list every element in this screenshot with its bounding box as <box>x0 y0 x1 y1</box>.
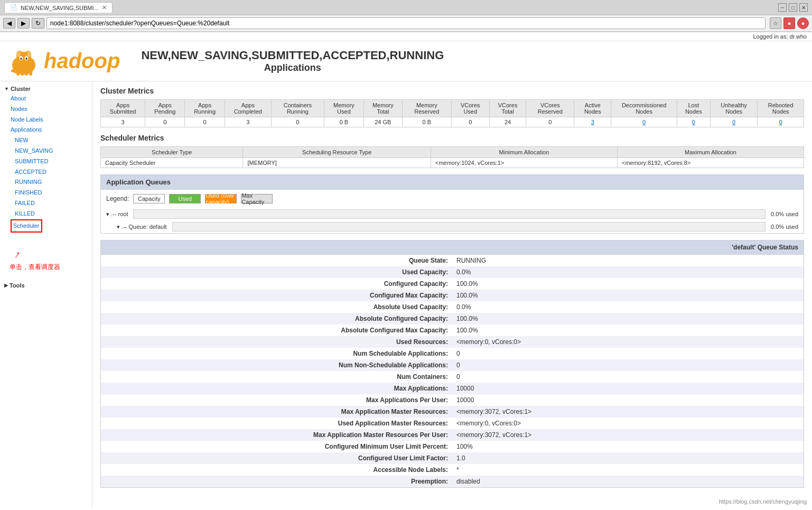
address-bar[interactable] <box>46 17 766 29</box>
status-row-18: Accessible Node Labels:* <box>101 464 804 476</box>
page-title-line2: Applications <box>141 62 444 73</box>
metrics-value-link-15[interactable]: 0 <box>779 119 782 125</box>
status-label-11: Max Applications: <box>101 383 452 394</box>
svg-rect-11 <box>16 70 20 76</box>
status-value-12: 10000 <box>452 394 804 406</box>
svg-point-10 <box>11 69 15 72</box>
metrics-value-1: 0 <box>145 117 185 127</box>
hadoop-logo: hadoop <box>8 47 120 76</box>
hadoop-text: hadoop <box>44 49 120 73</box>
metrics-value-link-13[interactable]: 0 <box>692 119 695 125</box>
metrics-header-6: Memory Total <box>363 100 402 117</box>
scheduler-value-0: Capacity Scheduler <box>101 158 243 168</box>
metrics-value-link-12[interactable]: 0 <box>642 119 646 125</box>
metrics-header-row: Apps SubmittedApps PendingApps RunningAp… <box>101 100 804 117</box>
sidebar: ▼ Cluster About Nodes Node Labels Applic… <box>0 81 92 508</box>
default-queue-bar <box>172 222 766 231</box>
tab-icon: 📄 <box>10 4 17 11</box>
status-label-13: Max Application Master Resources: <box>101 406 452 418</box>
status-value-18: * <box>452 464 804 476</box>
bookmark-icon[interactable]: ☆ <box>770 17 781 29</box>
accepted-link[interactable]: ACCEPTED <box>15 167 88 178</box>
status-row-2: Configured Capacity:100.0% <box>101 278 804 290</box>
default-queue-used: 0.0% used <box>771 224 798 230</box>
metrics-value-2: 0 <box>185 117 225 127</box>
cluster-links: About Nodes Node Labels Applications NEW… <box>11 94 88 233</box>
elephant-icon <box>8 47 40 76</box>
legend-used: Used <box>169 194 201 203</box>
cluster-section: ▼ Cluster About Nodes Node Labels Applic… <box>4 86 88 233</box>
about-link[interactable]: About <box>11 94 88 104</box>
scheduler-link[interactable]: Scheduler <box>11 219 42 233</box>
svg-point-8 <box>21 58 22 60</box>
metrics-value-link-11[interactable]: 3 <box>591 119 594 125</box>
close-button[interactable]: ✕ <box>799 3 808 12</box>
tools-toggle[interactable]: ▶ Tools <box>4 282 88 289</box>
default-queue-label[interactable]: ▾ .-- Queue: default <box>117 224 167 230</box>
svg-rect-12 <box>21 70 24 76</box>
browser-tab[interactable]: 📄 NEW,NEW_SAVING,SUBMI... ✕ <box>4 2 113 13</box>
forward-button[interactable]: ▶ <box>17 18 30 29</box>
root-queue-bar <box>133 209 766 219</box>
metrics-value-5: 0 B <box>324 117 364 127</box>
menu-icon[interactable]: ● <box>783 17 795 29</box>
tools-arrow-icon: ▶ <box>4 283 8 288</box>
status-row-15: Max Application Master Resources Per Use… <box>101 429 804 441</box>
status-label-2: Configured Capacity: <box>101 278 452 290</box>
logged-in-bar: Logged in as: dr.who <box>0 32 812 41</box>
tools-label: Tools <box>10 282 25 289</box>
new-link[interactable]: NEW <box>15 135 88 146</box>
status-row-4: Absolute Used Capacity:0.0% <box>101 301 804 313</box>
status-label-1: Used Capacity: <box>101 266 452 278</box>
status-row-0: Queue State:RUNNING <box>101 255 804 266</box>
submitted-link[interactable]: SUBMITTED <box>15 156 88 167</box>
cluster-metrics-title: Cluster Metrics <box>100 87 804 95</box>
cluster-arrow-icon: ▼ <box>4 86 9 91</box>
running-link[interactable]: RUNNING <box>15 177 88 188</box>
applications-link[interactable]: Applications <box>11 125 88 135</box>
metrics-value-link-14[interactable]: 0 <box>732 119 735 125</box>
metrics-value-3: 3 <box>225 117 271 127</box>
refresh-button[interactable]: ↻ <box>32 18 44 29</box>
metrics-header-4: Containers Running <box>271 100 324 117</box>
metrics-header-5: Memory Used <box>324 100 364 117</box>
status-label-16: Configured Minimum User Limit Percent: <box>101 441 452 452</box>
nodes-link[interactable]: Nodes <box>11 104 88 115</box>
metrics-value-0: 3 <box>101 117 145 127</box>
killed-link[interactable]: KILLED <box>15 209 88 219</box>
metrics-header-9: VCores Total <box>489 100 526 117</box>
scheduler-value-3: <memory:8192, vCores:8> <box>617 158 804 168</box>
status-label-19: Preemption: <box>101 476 452 487</box>
scheduler-header-row: Scheduler TypeScheduling Resource TypeMi… <box>101 147 804 158</box>
new-saving-link[interactable]: NEW_SAVING <box>15 146 88 156</box>
status-label-15: Max Application Master Resources Per Use… <box>101 429 452 441</box>
minimize-button[interactable]: ─ <box>778 3 787 12</box>
metrics-value-7: 0 B <box>402 117 451 127</box>
restore-button[interactable]: □ <box>789 3 797 12</box>
status-label-8: Num Schedulable Applications: <box>101 348 452 359</box>
status-value-3: 100.0% <box>452 290 804 301</box>
status-value-16: 100% <box>452 441 804 452</box>
finished-link[interactable]: FINISHED <box>15 188 88 198</box>
status-value-14: <memory:0, vCores:0> <box>452 418 804 429</box>
node-labels-link[interactable]: Node Labels <box>11 115 88 125</box>
status-row-5: Absolute Configured Capacity:100.0% <box>101 313 804 324</box>
metrics-value-10: 0 <box>526 117 574 127</box>
page-title: NEW,NEW_SAVING,SUBMITTED,ACCEPTED,RUNNIN… <box>141 49 444 73</box>
status-label-9: Num Non-Schedulable Applications: <box>101 359 452 371</box>
tools-section: ▶ Tools <box>4 282 88 289</box>
root-queue-label[interactable]: ▾ .-- root <box>106 211 128 218</box>
tab-close-button[interactable]: ✕ <box>102 4 107 11</box>
legend-label: Legend: <box>106 195 129 202</box>
status-value-11: 10000 <box>452 383 804 394</box>
main-content: Cluster Metrics Apps SubmittedApps Pendi… <box>92 81 812 508</box>
settings-icon[interactable]: ● <box>797 17 809 29</box>
back-button[interactable]: ◀ <box>3 18 15 29</box>
queue-status-section: 'default' Queue Status Queue State:RUNNI… <box>100 240 804 488</box>
status-row-9: Num Non-Schedulable Applications:0 <box>101 359 804 371</box>
metrics-header-13: Lost Nodes <box>677 100 710 117</box>
failed-link[interactable]: FAILED <box>15 198 88 209</box>
status-value-1: 0.0% <box>452 266 804 278</box>
cluster-toggle[interactable]: ▼ Cluster <box>4 86 88 92</box>
app-sub-links: NEW NEW_SAVING SUBMITTED ACCEPTED RUNNIN… <box>15 135 88 219</box>
